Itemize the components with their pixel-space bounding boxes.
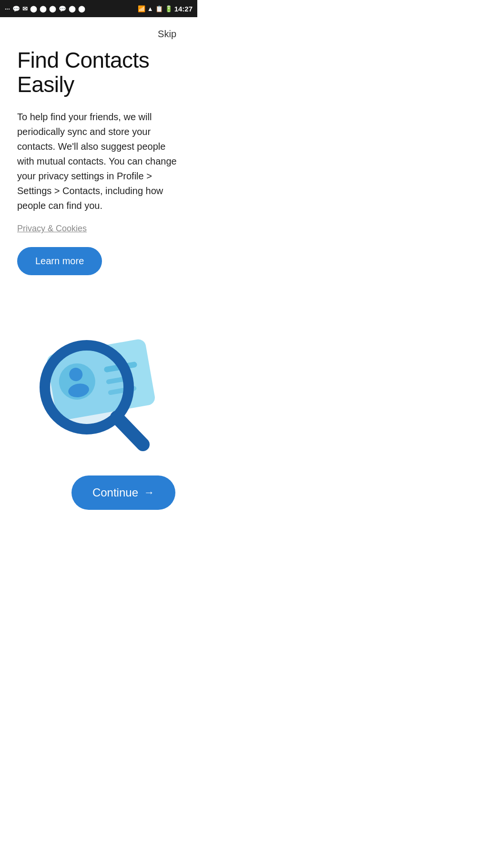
sim-icon: 📋: [155, 5, 163, 12]
chrome-icon-1: ⬤: [30, 5, 37, 12]
description-text: To help find your friends, we will perio…: [17, 110, 180, 213]
privacy-cookies-link[interactable]: Privacy & Cookies: [17, 224, 87, 234]
chrome-icon-2: ⬤: [40, 5, 47, 12]
illustration-area: [12, 294, 185, 475]
status-left-icons: ··· 💬 ✉ ⬤ ⬤ ⬤ 💬 ⬤ ⬤: [5, 5, 85, 12]
battery-icon: 🔋: [165, 5, 173, 12]
main-content: Skip Find Contacts Easily To help find y…: [0, 17, 197, 538]
skip-row: Skip: [17, 27, 180, 41]
status-time: 14:27: [174, 5, 193, 13]
status-right-icons: 📶 ▲ 📋 🔋 14:27: [138, 5, 193, 13]
svg-line-9: [117, 417, 143, 444]
chrome-icon-4: ⬤: [69, 5, 76, 12]
gmail-icon: ✉: [22, 5, 28, 12]
signal-icon: ▲: [147, 5, 153, 12]
learn-more-button[interactable]: Learn more: [17, 247, 102, 275]
continue-button[interactable]: Continue →: [71, 475, 175, 510]
contacts-illustration: [18, 304, 180, 456]
page-title: Find Contacts Easily: [17, 48, 180, 96]
continue-label: Continue: [92, 486, 138, 499]
chrome-icon-3: ⬤: [49, 5, 56, 12]
wifi-icon: 📶: [138, 5, 145, 12]
messenger-icon: 💬: [12, 5, 20, 12]
arrow-right-icon: →: [144, 486, 154, 499]
messenger-icon-2: 💬: [59, 5, 66, 12]
status-bar: ··· 💬 ✉ ⬤ ⬤ ⬤ 💬 ⬤ ⬤ 📶 ▲ 📋 🔋 14:27: [0, 0, 197, 17]
continue-area: Continue →: [17, 475, 180, 529]
chrome-icon-5: ⬤: [78, 5, 85, 12]
overflow-icon: ···: [5, 5, 10, 12]
skip-button[interactable]: Skip: [154, 27, 180, 41]
